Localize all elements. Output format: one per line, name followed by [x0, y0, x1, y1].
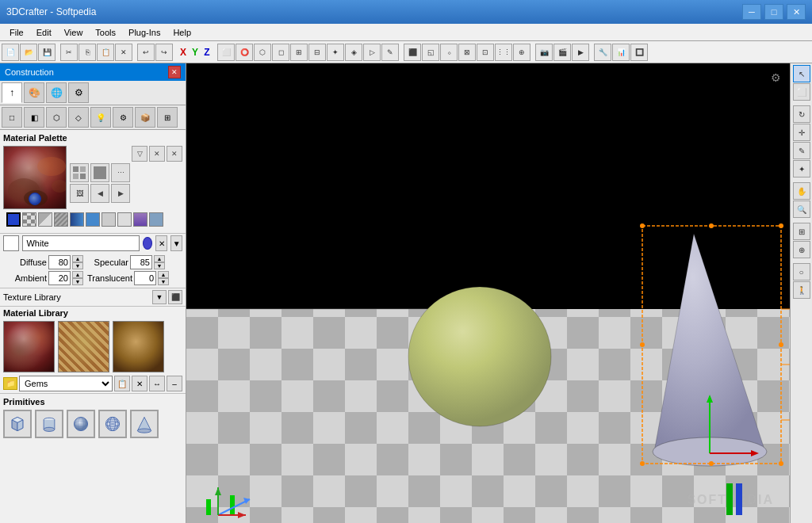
- save-button[interactable]: 💾: [38, 44, 56, 61]
- material-name-input[interactable]: [22, 235, 140, 251]
- open-button[interactable]: 📂: [20, 44, 37, 61]
- material-category-dropdown[interactable]: Gems Metals Stone Wood Fabric: [19, 376, 113, 391]
- material-close-button[interactable]: ✕: [167, 146, 182, 162]
- rt-move-button[interactable]: ✛: [793, 124, 810, 141]
- tb-btn-18[interactable]: 📷: [535, 44, 553, 61]
- ctab-arrow[interactable]: ↑: [2, 82, 22, 103]
- stab-package[interactable]: 📦: [135, 107, 155, 128]
- tb-btn-12[interactable]: ◱: [422, 44, 439, 61]
- material-preview[interactable]: [3, 146, 67, 209]
- rt-zoom-button[interactable]: 🔍: [793, 200, 810, 218]
- material-clear-button[interactable]: ✕: [149, 146, 165, 162]
- swatch-steel[interactable]: [149, 212, 163, 227]
- texture-right-btn[interactable]: ▶: [111, 184, 130, 203]
- tb-btn-7[interactable]: ✦: [327, 44, 344, 61]
- texture-grid-btn[interactable]: [70, 163, 89, 182]
- swatch-light[interactable]: [117, 212, 132, 227]
- close-button[interactable]: ✕: [787, 4, 806, 20]
- tb-btn-11[interactable]: ⬛: [404, 44, 421, 61]
- menu-plugins[interactable]: Plug-Ins: [122, 26, 167, 39]
- stab-grid2[interactable]: ⊞: [157, 107, 178, 128]
- tb-btn-5[interactable]: ⊞: [290, 44, 308, 61]
- maximize-button[interactable]: □: [764, 4, 783, 20]
- stab-cube3d[interactable]: ⬡: [46, 107, 67, 128]
- primitive-cone-button[interactable]: [130, 410, 159, 438]
- tb-btn-13[interactable]: ⬦: [440, 44, 458, 61]
- diffuse-up[interactable]: ▲: [72, 255, 83, 262]
- rt-rotate-button[interactable]: ↻: [793, 105, 810, 123]
- translucent-up[interactable]: ▲: [158, 271, 169, 278]
- menu-help[interactable]: Help: [167, 26, 197, 39]
- swatch-sky[interactable]: [86, 212, 100, 227]
- tb-btn-9[interactable]: ▷: [363, 44, 381, 61]
- material-filter-button[interactable]: ▽: [132, 146, 147, 162]
- menu-tools[interactable]: Tools: [89, 26, 122, 39]
- tb-btn-17[interactable]: ⊕: [513, 44, 530, 61]
- rt-hand-button[interactable]: ✋: [793, 182, 810, 200]
- tb-btn-21[interactable]: 🔧: [594, 44, 611, 61]
- viewport-settings-icon[interactable]: ⚙: [768, 70, 783, 86]
- tb-btn-16[interactable]: ⋮⋮: [495, 44, 512, 61]
- tb-btn-1[interactable]: ⬜: [217, 44, 235, 61]
- tb-btn-2[interactable]: ⭕: [236, 44, 253, 61]
- tb-btn-8[interactable]: ◈: [345, 44, 362, 61]
- paste-button[interactable]: 📋: [97, 44, 114, 61]
- menu-edit[interactable]: Edit: [30, 26, 58, 39]
- redo-button[interactable]: ↪: [155, 44, 173, 61]
- stab-box[interactable]: ◧: [24, 107, 44, 128]
- tb-btn-3[interactable]: ⬡: [254, 44, 271, 61]
- rt-grid-button[interactable]: ⊞: [793, 223, 810, 240]
- swatch-half[interactable]: [38, 212, 52, 227]
- rt-brush-button[interactable]: ✦: [793, 160, 810, 178]
- stab-diamond[interactable]: ◇: [68, 107, 89, 128]
- material-menu-btn[interactable]: ▼: [170, 235, 182, 251]
- stab-gear[interactable]: ⚙: [113, 107, 133, 128]
- tb-btn-23[interactable]: 🔲: [630, 44, 648, 61]
- ambient-up[interactable]: ▲: [72, 271, 83, 278]
- specular-up[interactable]: ▲: [154, 255, 165, 262]
- texture-solid-btn[interactable]: [90, 163, 109, 182]
- texture-left-btn[interactable]: ◀: [90, 184, 109, 203]
- tb-btn-20[interactable]: ▶: [572, 44, 589, 61]
- primitive-grid-sphere-button[interactable]: [98, 410, 127, 438]
- tb-btn-10[interactable]: ✎: [381, 44, 399, 61]
- rt-snap-button[interactable]: ⊕: [793, 241, 810, 258]
- new-button[interactable]: 📄: [2, 44, 19, 61]
- material-thumb-2[interactable]: [58, 321, 109, 372]
- tb-btn-15[interactable]: ⊡: [477, 44, 494, 61]
- rt-walk-button[interactable]: 🚶: [793, 281, 810, 299]
- specular-down[interactable]: ▼: [154, 262, 165, 269]
- texture-more-btn[interactable]: ⋯: [111, 163, 130, 182]
- copy-button[interactable]: ⎘: [79, 44, 96, 61]
- material-nav-btn[interactable]: ↔: [149, 376, 165, 391]
- construction-close-button[interactable]: ✕: [168, 66, 181, 78]
- rt-arrow-button[interactable]: ↖: [793, 65, 810, 82]
- tb-btn-14[interactable]: ⊠: [458, 44, 476, 61]
- ambient-down[interactable]: ▼: [72, 278, 83, 285]
- texture-library-window[interactable]: ⬛: [168, 290, 182, 304]
- menu-file[interactable]: File: [3, 26, 30, 39]
- primitive-cube-button[interactable]: [3, 410, 32, 438]
- material-color-dot[interactable]: [143, 237, 152, 250]
- ambient-spinner[interactable]: ▲ ▼: [72, 271, 83, 285]
- cut-button[interactable]: ✂: [60, 44, 78, 61]
- swatch-pattern[interactable]: [54, 212, 68, 227]
- diffuse-down[interactable]: ▼: [72, 262, 83, 269]
- texture-library-expand[interactable]: ▼: [152, 290, 167, 304]
- primitive-sphere-button[interactable]: [67, 410, 95, 438]
- swatch-purple[interactable]: [133, 212, 147, 227]
- swatch-blue[interactable]: [6, 212, 21, 227]
- material-thumb-3[interactable]: [113, 321, 164, 372]
- translucent-down[interactable]: ▼: [158, 278, 169, 285]
- specular-spinner[interactable]: ▲ ▼: [154, 255, 165, 269]
- rt-circle-button[interactable]: ○: [793, 263, 810, 281]
- undo-button[interactable]: ↩: [137, 44, 155, 61]
- primitive-cylinder-button[interactable]: [35, 410, 63, 438]
- material-delete-btn[interactable]: ✕: [155, 235, 167, 251]
- swatch-white[interactable]: [102, 212, 116, 227]
- stab-plane[interactable]: □: [2, 107, 22, 128]
- swatch-blue2[interactable]: [70, 212, 84, 227]
- rt-pen-button[interactable]: ✎: [793, 142, 810, 159]
- menu-view[interactable]: View: [58, 26, 90, 39]
- tb-btn-22[interactable]: 📊: [612, 44, 630, 61]
